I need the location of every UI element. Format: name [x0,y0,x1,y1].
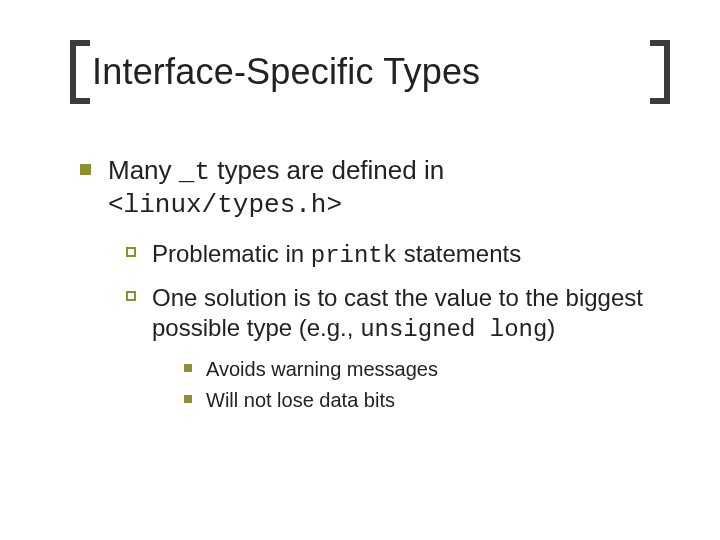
text: Problematic in [152,240,311,267]
title-bar: Interface-Specific Types [70,40,670,104]
square-outline-icon [126,291,136,301]
square-filled-icon [80,164,91,175]
square-outline-icon [126,247,136,257]
text: statements [397,240,521,267]
text: ) [547,314,555,341]
text: types are defined in [210,155,444,185]
square-filled-small-icon [184,395,192,403]
bullet-level2: One solution is to cast the value to the… [70,283,670,345]
code: printk [311,242,397,269]
slide: Interface-Specific Types Many _t types a… [0,0,720,540]
code: _t [179,157,210,187]
code: <linux/types.h> [108,189,670,222]
bullet-level3: Avoids warning messages [70,357,670,382]
bracket-right-icon [650,40,670,104]
bracket-left-icon [70,40,90,104]
text: Avoids warning messages [206,358,438,380]
text: Will not lose data bits [206,389,395,411]
bullet-level3: Will not lose data bits [70,388,670,413]
text: Many [108,155,179,185]
code: unsigned long [360,316,547,343]
slide-body: Many _t types are defined in <linux/type… [70,154,670,413]
bullet-level1: Many _t types are defined in <linux/type… [70,154,670,221]
slide-title: Interface-Specific Types [90,51,486,93]
square-filled-small-icon [184,364,192,372]
bullet-level2: Problematic in printk statements [70,239,670,271]
